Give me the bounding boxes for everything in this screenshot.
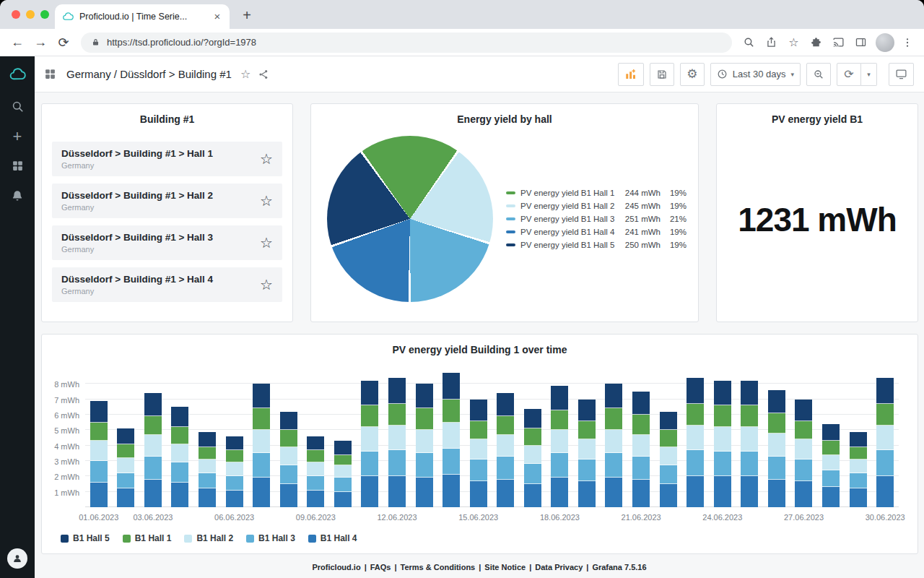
stacked-bar[interactable]	[822, 424, 840, 507]
browser-tab[interactable]: Proficloud.io | Time Serie... ×	[55, 4, 230, 29]
pie-legend-row[interactable]: PV energy yield B1 Hall 5250 mWh19%	[506, 241, 687, 249]
pie-legend-row[interactable]: PV energy yield B1 Hall 1244 mWh19%	[506, 189, 687, 197]
reload-button[interactable]: ⟳	[53, 33, 74, 53]
stacked-bar[interactable]	[876, 378, 894, 507]
stacked-bar[interactable]	[850, 432, 867, 508]
stacked-bar[interactable]	[226, 436, 243, 507]
refresh-icon: ⟳	[844, 69, 853, 80]
stacked-bar[interactable]	[741, 381, 758, 507]
refresh-button[interactable]: ⟳	[837, 63, 861, 86]
new-tab-button[interactable]: +	[237, 5, 257, 25]
stacked-bar[interactable]	[199, 432, 216, 508]
browser-menu-icon[interactable]	[897, 33, 917, 52]
stacked-bar[interactable]	[334, 441, 352, 507]
sidebar-dashboards-icon[interactable]	[0, 151, 35, 181]
building-list-item[interactable]: Düsseldorf > Building #1 > Hall 1Germany…	[52, 142, 282, 176]
bar-legend-item[interactable]: B1 Hall 2	[184, 533, 233, 543]
sidebar-search-icon[interactable]	[0, 92, 35, 121]
window-zoom-button[interactable]	[40, 10, 49, 19]
bar-slot	[193, 368, 221, 507]
stacked-bar[interactable]	[171, 407, 188, 507]
bar-segment	[416, 384, 433, 408]
save-dashboard-button[interactable]	[650, 63, 674, 86]
pie-legend-row[interactable]: PV energy yield B1 Hall 3251 mWh21%	[506, 215, 687, 223]
stacked-bar[interactable]	[253, 384, 270, 507]
footer-link[interactable]: Data Privacy	[535, 563, 583, 571]
stacked-bar[interactable]	[795, 400, 812, 507]
stacked-bar[interactable]	[687, 378, 704, 507]
favorite-star-icon[interactable]: ☆	[260, 276, 273, 293]
cycle-view-mode-button[interactable]	[889, 63, 914, 86]
stacked-bar[interactable]	[497, 393, 514, 507]
stacked-bar[interactable]	[660, 412, 677, 507]
bar-legend-item[interactable]: B1 Hall 3	[246, 533, 295, 543]
stacked-bar[interactable]	[578, 400, 596, 507]
side-panel-icon[interactable]	[851, 33, 871, 52]
favorite-star-icon[interactable]: ☆	[260, 234, 273, 251]
stacked-bar[interactable]	[280, 412, 297, 507]
stacked-bar[interactable]	[388, 378, 406, 507]
stacked-bar[interactable]	[307, 436, 324, 507]
forward-button[interactable]: →	[30, 33, 51, 53]
stacked-bar[interactable]	[768, 390, 785, 507]
stacked-bar[interactable]	[470, 400, 487, 507]
window-controls	[12, 10, 49, 19]
stacked-bar[interactable]	[90, 401, 108, 507]
dashboard-grid-icon[interactable]	[44, 68, 56, 80]
cast-icon[interactable]	[829, 33, 848, 52]
stacked-bar[interactable]	[632, 392, 650, 507]
building-item-text: Düsseldorf > Building #1 > Hall 1Germany	[61, 148, 213, 170]
pie-legend-row[interactable]: PV energy yield B1 Hall 4241 mWh19%	[506, 228, 687, 236]
stacked-bar[interactable]	[714, 381, 731, 507]
sidebar-user-avatar[interactable]	[7, 548, 27, 569]
bar-legend-item[interactable]: B1 Hall 4	[308, 533, 357, 543]
share-page-icon[interactable]	[762, 33, 781, 52]
favorite-star-icon[interactable]: ☆	[260, 192, 273, 210]
add-panel-button[interactable]	[618, 63, 644, 86]
browser-profile-avatar[interactable]	[876, 33, 894, 52]
footer-link[interactable]: Site Notice	[484, 563, 526, 571]
zoom-search-icon[interactable]	[739, 33, 759, 52]
refresh-interval-dropdown[interactable]: ▾	[861, 63, 877, 86]
extensions-puzzle-icon[interactable]	[806, 33, 826, 52]
building-list-item[interactable]: Düsseldorf > Building #1 > Hall 4Germany…	[52, 267, 282, 302]
footer-link[interactable]: Proficloud.io	[312, 563, 360, 571]
time-range-picker[interactable]: Last 30 days ▾	[710, 63, 801, 86]
building-list-item[interactable]: Düsseldorf > Building #1 > Hall 3Germany…	[52, 225, 282, 260]
stacked-bar[interactable]	[117, 428, 134, 507]
bar-legend-item[interactable]: B1 Hall 1	[123, 533, 172, 543]
bar-segment	[524, 446, 541, 465]
stacked-bar[interactable]	[524, 409, 541, 507]
favorite-dashboard-star-icon[interactable]: ☆	[240, 67, 250, 81]
footer-link[interactable]: FAQs	[370, 563, 391, 571]
footer-link[interactable]: Grafana 7.5.16	[592, 563, 646, 571]
proficloud-logo-icon[interactable]	[9, 66, 26, 83]
back-button[interactable]: ←	[7, 33, 27, 53]
stacked-bar[interactable]	[361, 381, 378, 507]
sidebar-alerts-bell-icon[interactable]	[0, 181, 35, 210]
stacked-bar[interactable]	[551, 386, 568, 508]
sidebar-create-icon[interactable]: +	[0, 121, 35, 151]
tab-close-icon[interactable]: ×	[211, 10, 224, 23]
bar-slot	[817, 368, 845, 507]
address-bar[interactable]: https://tsd.proficloud.io/?orgId=1978	[81, 33, 732, 53]
pie-legend-row[interactable]: PV energy yield B1 Hall 2245 mWh19%	[506, 202, 687, 210]
dashboard-settings-button[interactable]: ⚙	[680, 63, 705, 86]
building-list-item[interactable]: Düsseldorf > Building #1 > Hall 2Germany…	[52, 184, 282, 218]
pie-chart[interactable]	[327, 136, 493, 302]
bar-segment	[551, 410, 568, 431]
window-close-button[interactable]	[12, 10, 20, 19]
stacked-bar[interactable]	[416, 384, 433, 507]
bookmark-star-icon[interactable]: ☆	[784, 33, 803, 52]
window-minimize-button[interactable]	[26, 10, 35, 19]
breadcrumb[interactable]: Germany / Düssldorf > Building #1	[66, 68, 232, 80]
zoom-out-button[interactable]	[806, 63, 831, 86]
favorite-star-icon[interactable]: ☆	[260, 150, 273, 168]
share-dashboard-icon[interactable]	[258, 69, 269, 80]
stacked-bar[interactable]	[443, 373, 460, 507]
bar-legend-item[interactable]: B1 Hall 5	[61, 533, 110, 543]
footer-link[interactable]: Terms & Conditions	[401, 563, 476, 571]
stacked-bar[interactable]	[605, 384, 622, 507]
legend-series-value: 244 mWh	[617, 189, 661, 197]
stacked-bar[interactable]	[144, 393, 162, 507]
